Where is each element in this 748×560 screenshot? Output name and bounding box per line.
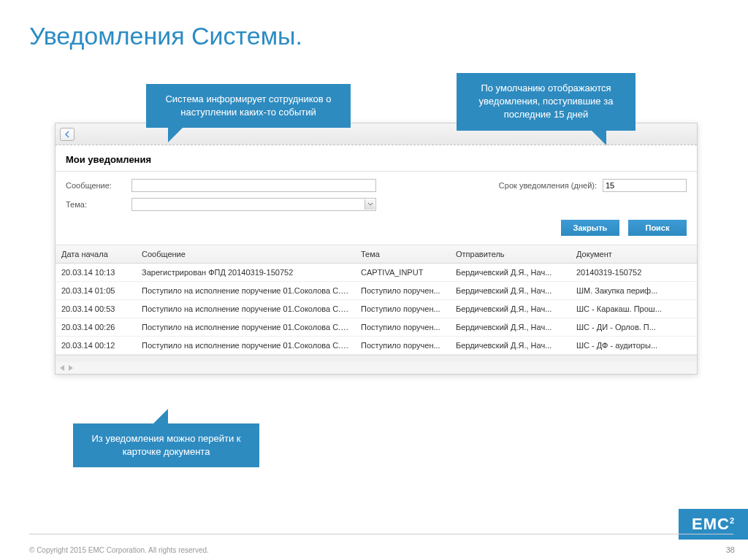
cell: Бердичевский Д.Я., Нач... [450,337,570,354]
notifications-grid: Дата начала Сообщение Тема Отправитель Д… [56,245,697,374]
cell: 20140319-150752 [570,264,687,281]
cell: Бердичевский Д.Я., Нач... [450,300,570,318]
cell: Поступило на исполнение поручение 01.Сок… [136,282,355,299]
cell: ШС - ДИ - Орлов. П... [570,318,687,336]
period-label: Срок уведомления (дней): [499,181,597,190]
message-input[interactable] [131,179,376,192]
period-input[interactable] [603,179,687,192]
table-row[interactable]: 20.03.14 00:12Поступило на исполнение по… [56,337,697,355]
table-row[interactable]: 20.03.14 10:13Зарегистрирован ФПД 201403… [56,264,697,282]
message-label: Сообщение: [66,181,131,190]
copyright-text: © Copyright 2015 EMC Corporation. All ri… [29,546,209,554]
section-heading: Мои уведомления [56,145,697,172]
cell: ШМ. Закупка периф... [570,282,687,299]
col-sender[interactable]: Отправитель [450,245,570,263]
theme-label: Тема: [66,200,131,209]
back-button[interactable] [60,128,75,141]
arrow-left-icon [64,131,71,138]
pager-prev-icon[interactable] [60,365,64,371]
cell: Поступило поручен... [355,337,450,354]
page-number: 38 [726,545,735,554]
search-button[interactable]: Поиск [628,220,687,236]
cell: Поступило поручен... [355,282,450,299]
cell: Поступило на исполнение поручение 01.Сок… [136,337,355,354]
close-button[interactable]: Закрыть [561,220,619,236]
callout-navigate-doc: Из уведомления можно перейти к карточке … [73,423,259,467]
table-row[interactable]: 20.03.14 00:26Поступило на исполнение по… [56,318,697,337]
cell: Поступило на исполнение поручение 01.Сок… [136,318,355,336]
cell: CAPTIVA_INPUT [355,264,450,281]
callout-default-period: По умолчанию отображаются уведомления, п… [457,73,636,131]
cell: 20.03.14 01:05 [56,282,136,299]
col-theme[interactable]: Тема [355,245,450,263]
horizontal-scrollbar[interactable] [56,355,697,362]
cell: ШС - Каракаш. Прош... [570,300,687,318]
filter-panel: Сообщение: Срок уведомления (дней): Тема… [56,172,697,245]
col-message[interactable]: Сообщение [136,245,355,263]
grid-header: Дата начала Сообщение Тема Отправитель Д… [56,245,697,264]
cell: Бердичевский Д.Я., Нач... [450,264,570,281]
cell: Поступило поручен... [355,300,450,318]
cell: 20.03.14 00:12 [56,337,136,354]
cell: 20.03.14 00:26 [56,318,136,336]
table-row[interactable]: 20.03.14 00:53Поступило на исполнение по… [56,300,697,318]
grid-pager [56,362,697,374]
notifications-window: Мои уведомления Сообщение: Срок уведомле… [55,123,698,375]
cell: ШС - ДФ - аудиторы... [570,337,687,354]
cell: Бердичевский Д.Я., Нач... [450,318,570,336]
table-row[interactable]: 20.03.14 01:05Поступило на исполнение по… [56,282,697,300]
callout-inform: Система информирует сотрудников о наступ… [146,84,351,128]
col-date[interactable]: Дата начала [56,245,136,263]
theme-select[interactable] [131,198,376,211]
col-document[interactable]: Документ [570,245,687,263]
cell: Поступило поручен... [355,318,450,336]
slide-footer: © Copyright 2015 EMC Corporation. All ri… [0,525,748,560]
cell: Зарегистрирован ФПД 20140319-150752 [136,264,355,281]
chevron-down-icon[interactable] [365,199,375,210]
cell: Бердичевский Д.Я., Нач... [450,282,570,299]
cell: Поступило на исполнение поручение 01.Сок… [136,300,355,318]
cell: 20.03.14 10:13 [56,264,136,281]
pager-next-icon[interactable] [69,365,73,371]
cell: 20.03.14 00:53 [56,300,136,318]
page-title: Уведомления Системы. [0,0,748,65]
